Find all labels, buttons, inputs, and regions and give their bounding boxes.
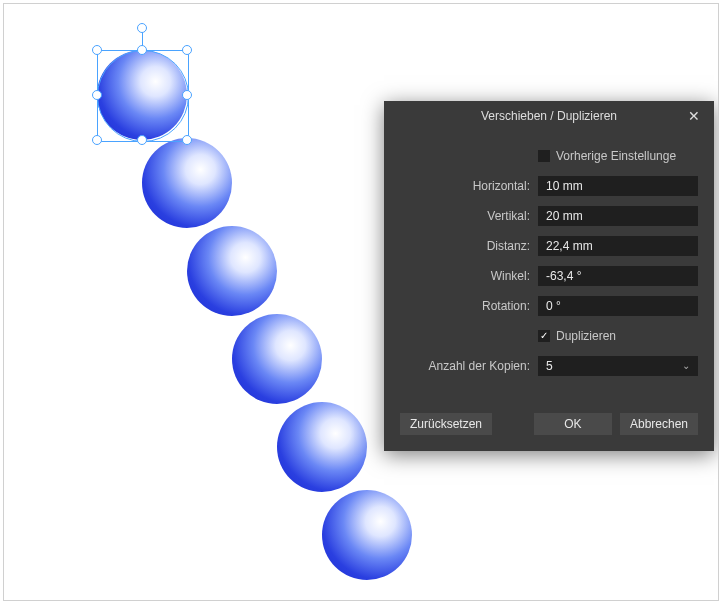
distance-input[interactable]: 22,4 mm: [538, 236, 698, 256]
selection-handle-w[interactable]: [92, 90, 102, 100]
selection-rotation-handle[interactable]: [137, 23, 147, 33]
vertical-input[interactable]: 20 mm: [538, 206, 698, 226]
previous-settings-label: Vorherige Einstellunge: [556, 149, 676, 163]
close-icon[interactable]: ✕: [682, 101, 706, 131]
dialog-button-row: Zurücksetzen OK Abbrechen: [384, 395, 714, 451]
horizontal-input[interactable]: 10 mm: [538, 176, 698, 196]
document-canvas[interactable]: Verschieben / Duplizieren ✕ Vorherige Ei…: [3, 3, 719, 601]
checkbox-checked-icon: ✓: [538, 330, 550, 342]
vertical-label: Vertikal:: [400, 209, 538, 223]
duplicate-label: Duplizieren: [556, 329, 616, 343]
dialog-title-bar[interactable]: Verschieben / Duplizieren ✕: [384, 101, 714, 131]
chevron-down-icon: ⌄: [682, 356, 690, 376]
selection-handle-ne[interactable]: [182, 45, 192, 55]
ok-button[interactable]: OK: [534, 413, 612, 435]
reset-button[interactable]: Zurücksetzen: [400, 413, 492, 435]
copies-label: Anzahl der Kopien:: [400, 359, 538, 373]
copies-value: 5: [546, 356, 553, 376]
checkbox-box-icon: [538, 150, 550, 162]
selection-handle-e[interactable]: [182, 90, 192, 100]
duplicate-checkbox[interactable]: ✓ Duplizieren: [538, 329, 616, 343]
shape-sphere[interactable]: [232, 314, 322, 404]
selection-handle-se[interactable]: [182, 135, 192, 145]
selection-handle-sw[interactable]: [92, 135, 102, 145]
previous-settings-checkbox[interactable]: Vorherige Einstellunge: [538, 149, 676, 163]
shape-sphere[interactable]: [277, 402, 367, 492]
angle-label: Winkel:: [400, 269, 538, 283]
horizontal-label: Horizontal:: [400, 179, 538, 193]
shape-sphere[interactable]: [187, 226, 277, 316]
dialog-body: Vorherige Einstellunge Horizontal: 10 mm…: [384, 131, 714, 395]
shape-sphere[interactable]: [97, 50, 187, 140]
copies-select[interactable]: 5 ⌄: [538, 356, 698, 376]
shape-sphere[interactable]: [142, 138, 232, 228]
rotation-label: Rotation:: [400, 299, 538, 313]
selection-handle-n[interactable]: [137, 45, 147, 55]
cancel-button[interactable]: Abbrechen: [620, 413, 698, 435]
rotation-input[interactable]: 0 °: [538, 296, 698, 316]
selection-handle-s[interactable]: [137, 135, 147, 145]
angle-input[interactable]: -63,4 °: [538, 266, 698, 286]
selection-handle-nw[interactable]: [92, 45, 102, 55]
move-duplicate-dialog: Verschieben / Duplizieren ✕ Vorherige Ei…: [384, 101, 714, 451]
shape-sphere[interactable]: [322, 490, 412, 580]
distance-label: Distanz:: [400, 239, 538, 253]
dialog-title: Verschieben / Duplizieren: [481, 109, 617, 123]
